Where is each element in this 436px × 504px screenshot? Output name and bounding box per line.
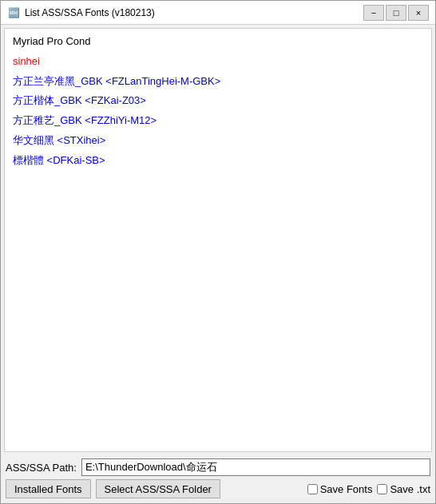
save-fonts-checkbox[interactable] [307,484,318,494]
buttons-row: Installed Fonts Select ASS/SSA Folder Sa… [6,479,430,500]
font-list-area: Myriad Pro Condsinhei方正兰亭准黑_GBK <FZLanTi… [4,28,432,452]
save-txt-checkbox-group[interactable]: Save .txt [377,483,430,495]
list-item: Myriad Pro Cond [6,32,430,52]
save-txt-checkbox[interactable] [377,484,387,494]
installed-fonts-button[interactable]: Installed Fonts [6,479,91,498]
minimize-button[interactable]: − [363,5,384,21]
main-window: 🔤 List ASS/SSA Fonts (v180213) − □ × Myr… [0,0,436,504]
list-item: 標楷體 <DFKai-SB> [6,151,430,171]
path-row: ASS/SSA Path: [6,458,430,476]
list-item: 华文细黑 <STXihei> [6,131,430,151]
title-bar: 🔤 List ASS/SSA Fonts (v180213) − □ × [1,1,435,25]
list-item: 方正楷体_GBK <FZKai-Z03> [6,91,430,111]
window-title: List ASS/SSA Fonts (v180213) [25,7,363,18]
save-txt-label: Save .txt [390,483,430,495]
bottom-controls: ASS/SSA Path: Installed Fonts Select ASS… [1,455,435,503]
save-fonts-checkbox-group[interactable]: Save Fonts [307,483,373,495]
list-item: sinhei [6,52,430,72]
path-label: ASS/SSA Path: [6,462,77,474]
window-icon: 🔤 [7,6,20,19]
save-fonts-label: Save Fonts [320,483,373,495]
path-input[interactable] [81,458,430,476]
list-item: 方正兰亭准黑_GBK <FZLanTingHei-M-GBK> [6,72,430,92]
window-controls: − □ × [363,5,429,21]
select-folder-button[interactable]: Select ASS/SSA Folder [96,479,220,498]
close-button[interactable]: × [408,5,429,21]
list-item: 方正稚艺_GBK <FZZhiYi-M12> [6,111,430,131]
maximize-button[interactable]: □ [386,5,406,21]
